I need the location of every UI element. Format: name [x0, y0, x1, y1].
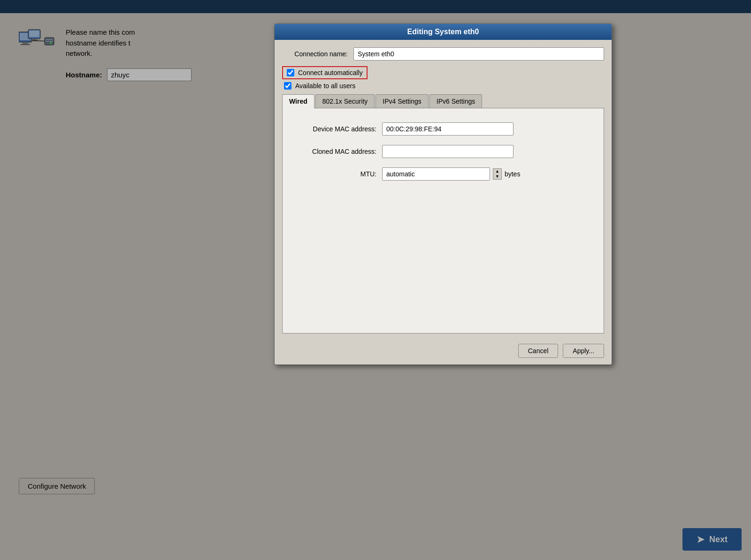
dialog-footer: Cancel Apply...: [275, 339, 612, 364]
tab-content-wired: Device MAC address: Cloned MAC address: …: [282, 108, 604, 333]
cloned-mac-label: Cloned MAC address:: [301, 148, 376, 155]
cloned-mac-row: Cloned MAC address:: [301, 145, 585, 158]
mtu-unit-label: bytes: [505, 170, 520, 178]
connection-name-input[interactable]: [353, 47, 604, 61]
mtu-label: MTU:: [301, 170, 376, 178]
cancel-button[interactable]: Cancel: [518, 344, 559, 358]
mtu-up-button[interactable]: ▲: [493, 169, 501, 174]
apply-button[interactable]: Apply...: [563, 344, 604, 358]
device-mac-input[interactable]: [382, 122, 513, 136]
connect-automatically-label: Connect automatically: [298, 69, 363, 76]
dialog-titlebar: Editing System eth0: [275, 24, 612, 40]
mtu-spinner[interactable]: ▲ ▼: [493, 168, 502, 180]
device-mac-label: Device MAC address:: [301, 125, 376, 133]
dialog-body: Connection name: Connect automatically A…: [275, 40, 612, 339]
connect-automatically-row: Connect automatically: [282, 66, 368, 79]
mtu-row: MTU: ▲ ▼ bytes: [301, 167, 585, 181]
tab-8021x[interactable]: 802.1x Security: [315, 94, 375, 108]
cloned-mac-input[interactable]: [382, 145, 513, 158]
mtu-down-button[interactable]: ▼: [493, 174, 501, 179]
tab-ipv6[interactable]: IPv6 Settings: [429, 94, 483, 108]
connect-automatically-checkbox[interactable]: [287, 69, 294, 76]
tab-wired[interactable]: Wired: [282, 94, 314, 108]
available-all-users-row: Available to all users: [282, 82, 604, 90]
tabs-container: Wired 802.1x Security IPv4 Settings IPv6…: [282, 94, 604, 333]
connection-name-row: Connection name:: [282, 47, 604, 61]
mtu-input[interactable]: [382, 167, 490, 181]
device-mac-row: Device MAC address:: [301, 122, 585, 136]
editing-dialog: Editing System eth0 Connection name: Con…: [274, 23, 612, 365]
tab-ipv4[interactable]: IPv4 Settings: [376, 94, 429, 108]
available-all-users-checkbox[interactable]: [284, 82, 291, 90]
available-all-users-label: Available to all users: [295, 82, 355, 90]
connection-name-label: Connection name:: [282, 50, 348, 58]
mtu-input-group: ▲ ▼ bytes: [382, 167, 520, 181]
tab-bar: Wired 802.1x Security IPv4 Settings IPv6…: [282, 94, 604, 108]
